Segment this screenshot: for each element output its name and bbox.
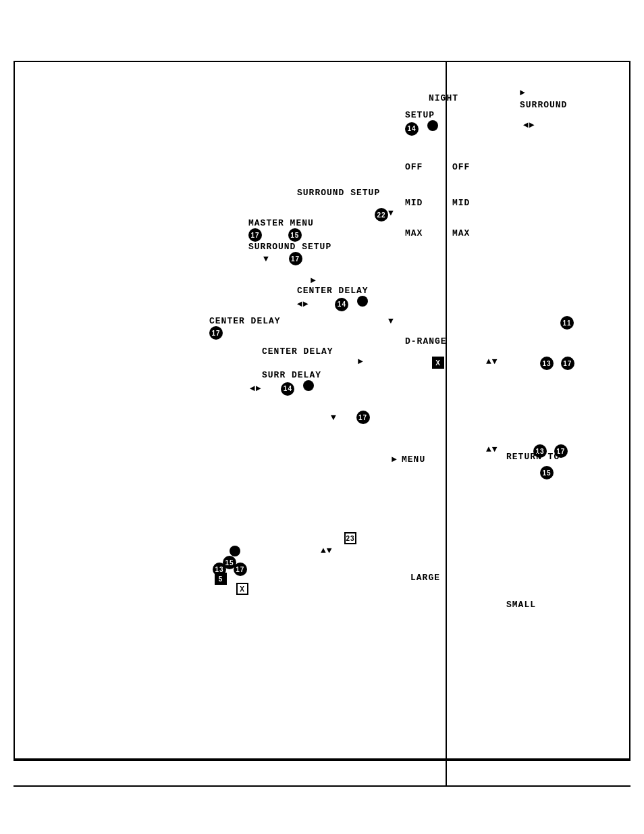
surround-setup-1: SURROUND SETUP (297, 188, 380, 198)
bottom-vertical-divider (446, 761, 447, 787)
down-arrow-2: ▼ 17 (263, 252, 302, 265)
circle-22: 22 (375, 208, 388, 221)
bottom-border-top (14, 760, 630, 761)
down-arrow-4: ▼ 17 (331, 411, 370, 424)
circle-15-b: 15 (540, 466, 554, 479)
arrow-right-3: ► (358, 357, 364, 367)
main-border (14, 61, 630, 760)
x-box: X (432, 357, 444, 369)
arrow-right-2: ► (311, 276, 317, 286)
circle-11: 11 (560, 316, 574, 330)
surr-delay: SURR DELAY (262, 370, 321, 380)
off-2: OFF (452, 162, 470, 172)
x-box-2: X (236, 583, 248, 595)
up-down-1: ▲▼ (486, 357, 498, 367)
off-1: OFF (405, 162, 423, 172)
max-1: MAX (405, 228, 423, 238)
center-delay-2: CENTER DELAY (209, 316, 281, 326)
circle-17-c: 17 (209, 326, 223, 340)
surround-label: SURROUND (520, 100, 567, 110)
down-arrow-3: ▼ (388, 316, 394, 326)
master-menu: MASTER MENU (248, 218, 314, 228)
return-to-label: RETURN TO (506, 452, 560, 462)
lr-arrows-1: ◄► 14 (297, 296, 368, 311)
mid-2: MID (452, 198, 470, 208)
up-down-2: ▲▼ (486, 444, 498, 454)
vertical-divider (446, 61, 447, 760)
small-label: SMALL (506, 600, 536, 610)
center-delay-3: CENTER DELAY (262, 346, 333, 357)
circle-23: 23 (344, 532, 356, 544)
night-label: NIGHT (429, 93, 458, 103)
arrow-right-menu: ► (392, 454, 398, 465)
center-delay-1: CENTER DELAY (297, 286, 369, 296)
sq-5: 5 (215, 573, 227, 585)
up-down-3: ▲▼ (321, 546, 333, 556)
menu-label: MENU (402, 454, 425, 465)
surround-setup-2: SURROUND SETUP (248, 242, 331, 252)
mid-1: MID (405, 198, 423, 208)
setup-label: SETUP (405, 110, 435, 120)
bottom-border-bottom (14, 785, 630, 787)
max-2: MAX (452, 228, 470, 238)
circles-13-17-a: 13 17 (540, 357, 574, 370)
surround-arrow: ► (520, 88, 526, 98)
lr-arrows-2: ◄► 14 (250, 380, 314, 396)
down-arrow-1: ▼ (388, 208, 394, 218)
circle-17-a: 17 15 (248, 228, 302, 242)
large-label: LARGE (410, 573, 440, 583)
surround-lr-arrows: ◄► (523, 120, 535, 130)
setup-circle14: 14 (405, 120, 438, 136)
d-range: D-RANGE (405, 336, 447, 346)
